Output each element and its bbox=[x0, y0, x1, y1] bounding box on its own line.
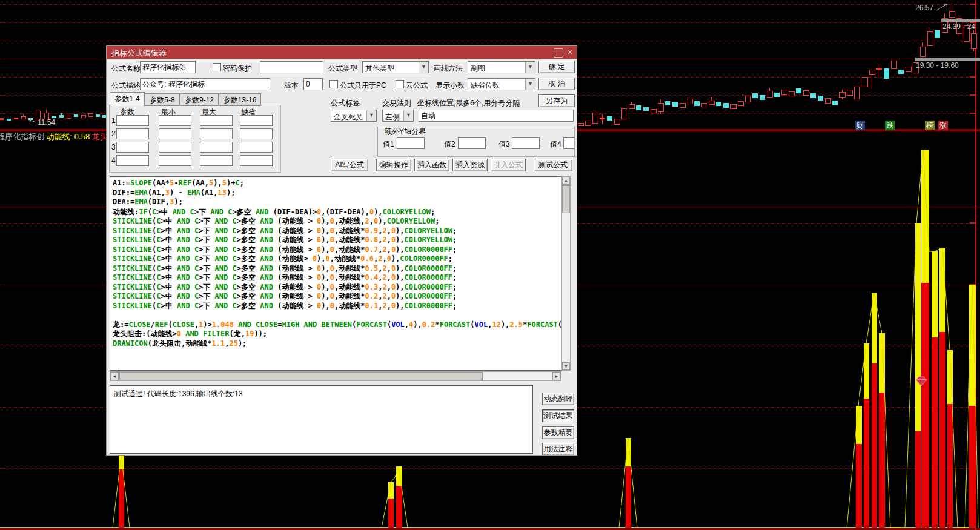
insert-resource-button[interactable]: 插入资源 bbox=[452, 159, 488, 171]
chevron-down-icon[interactable]: ▼ bbox=[419, 62, 428, 73]
usage-note-button[interactable]: 用法注释 bbox=[542, 443, 574, 455]
code-line: STICKLINE(C>中 AND C>下 AND C>多空 AND (动能线 … bbox=[113, 301, 561, 311]
code-horizontal-scrollbar[interactable]: ◄ ► bbox=[110, 371, 561, 381]
h-scroll-thumb[interactable] bbox=[119, 372, 483, 380]
cloud-formula-checkbox[interactable] bbox=[396, 80, 404, 88]
cancel-button[interactable]: 取 消 bbox=[538, 78, 575, 90]
formula-code-editor[interactable]: A1:=SLOPE(AA*5-REF(AA,5),5)+C;DIF:=EMA(A… bbox=[110, 176, 561, 371]
param-input[interactable] bbox=[240, 115, 273, 126]
value3-label: 值3 bbox=[498, 139, 510, 150]
param-input[interactable] bbox=[116, 142, 149, 153]
param-row-number: 1 bbox=[111, 116, 116, 125]
decimal-select[interactable]: 缺省位数 ▼ bbox=[468, 78, 535, 90]
param-input[interactable] bbox=[159, 128, 191, 139]
param-input[interactable] bbox=[159, 115, 191, 126]
param-input[interactable] bbox=[240, 128, 273, 139]
close-icon[interactable]: ✕ bbox=[566, 48, 574, 56]
tab-params-1-4[interactable]: 参数1-4 bbox=[110, 92, 145, 106]
value4-input[interactable] bbox=[563, 137, 575, 149]
code-line: STICKLINE(C>中 AND C>下 AND C>多空 AND (动能线>… bbox=[113, 254, 561, 263]
candle bbox=[578, 123, 583, 125]
tab-params-5-8[interactable]: 参数5-8 bbox=[145, 93, 180, 106]
param-input[interactable] bbox=[200, 128, 233, 139]
param-row-number: 4 bbox=[111, 156, 116, 165]
candle bbox=[818, 96, 823, 101]
ok-button[interactable]: 确 定 bbox=[538, 61, 575, 73]
draw-method-select[interactable]: 副图 ▼ bbox=[468, 61, 535, 73]
param-input[interactable] bbox=[240, 155, 273, 166]
dialog-title: 指标公式编辑器 bbox=[111, 48, 167, 59]
formula-tag-select[interactable]: 金叉死叉 ▼ bbox=[331, 110, 377, 122]
indicator-bar-red bbox=[388, 499, 394, 528]
formula-tag-value: 金叉死叉 bbox=[334, 112, 363, 122]
insert-function-button[interactable]: 插入函数 bbox=[414, 159, 449, 171]
edit-operations-button[interactable]: 编辑操作 bbox=[376, 159, 411, 171]
param-input[interactable] bbox=[116, 128, 149, 139]
candle bbox=[67, 116, 71, 118]
candle bbox=[906, 67, 911, 71]
value1-label: 值1 bbox=[383, 139, 394, 150]
formula-editor-dialog: 指标公式编辑器 ✕ 公式名称 密码保护 公式类型 其他类型 ▼ 画线方法 副图 … bbox=[106, 45, 577, 456]
value1-input[interactable] bbox=[397, 137, 425, 149]
param-input[interactable] bbox=[200, 155, 233, 166]
candle bbox=[781, 90, 787, 94]
param-wizard-button[interactable]: 参数精灵 bbox=[542, 426, 574, 439]
param-input[interactable] bbox=[200, 115, 233, 126]
password-input[interactable] bbox=[260, 61, 323, 73]
candle bbox=[752, 93, 758, 98]
badge-fall[interactable]: 跌 bbox=[885, 121, 895, 130]
scroll-down-icon[interactable]: ▼ bbox=[562, 362, 570, 370]
param-input[interactable] bbox=[159, 142, 191, 153]
badge-rank[interactable]: 榜 bbox=[925, 121, 935, 130]
cloud-formula-label: 云公式 bbox=[406, 81, 428, 91]
import-formula-button[interactable]: 引入公式 bbox=[491, 159, 526, 171]
test-result-button[interactable]: 测试结果 bbox=[542, 409, 574, 422]
trade-rule-select[interactable]: 左侧 ▼ bbox=[382, 110, 414, 122]
chevron-down-icon[interactable]: ▼ bbox=[403, 110, 413, 121]
ai-write-formula-button[interactable]: AI写公式 bbox=[331, 159, 368, 171]
param-input[interactable] bbox=[116, 115, 149, 126]
candle bbox=[651, 109, 656, 113]
password-protect-checkbox[interactable] bbox=[213, 63, 221, 71]
scroll-left-icon[interactable]: ◄ bbox=[110, 372, 119, 380]
badge-rise[interactable]: 涨 bbox=[938, 121, 948, 130]
param-input[interactable] bbox=[240, 142, 273, 153]
tab-params-13-16[interactable]: 参数13-16 bbox=[219, 93, 261, 106]
scroll-up-icon[interactable]: ▲ bbox=[562, 177, 570, 185]
dialog-titlebar[interactable]: 指标公式编辑器 ✕ bbox=[107, 46, 577, 59]
formula-type-select[interactable]: 其他类型 ▼ bbox=[362, 61, 429, 73]
candle bbox=[839, 92, 845, 97]
value3-input[interactable] bbox=[512, 137, 540, 149]
coord-line-input[interactable] bbox=[419, 110, 574, 122]
tab-params-9-12[interactable]: 参数9-12 bbox=[180, 93, 219, 106]
candle bbox=[832, 101, 838, 105]
candle bbox=[621, 108, 627, 119]
vertical-separator bbox=[280, 105, 280, 174]
param-input[interactable] bbox=[159, 155, 191, 166]
save-as-button[interactable]: 另存为 bbox=[538, 94, 575, 107]
maximize-icon[interactable] bbox=[554, 48, 563, 58]
energy-line-value-label: 动能线: 0.58 bbox=[44, 132, 92, 141]
param-input[interactable] bbox=[200, 142, 233, 153]
dynamic-translate-button[interactable]: 动态翻译 bbox=[542, 393, 574, 405]
test-formula-button[interactable]: 测试公式 bbox=[534, 159, 572, 171]
chevron-down-icon[interactable]: ▼ bbox=[525, 79, 535, 90]
version-label: 版本 bbox=[284, 81, 299, 91]
value2-input[interactable] bbox=[458, 137, 486, 149]
coord-line-label: 坐标线位置,最多6个,用分号分隔 bbox=[417, 98, 520, 108]
scroll-right-icon[interactable]: ► bbox=[552, 372, 561, 380]
param-input[interactable] bbox=[116, 155, 149, 166]
pc-only-checkbox[interactable] bbox=[329, 80, 338, 88]
code-vertical-scrollbar[interactable]: ▲ ▼ bbox=[561, 176, 571, 371]
formula-name-input[interactable] bbox=[140, 61, 196, 73]
v-scroll-thumb[interactable] bbox=[562, 185, 570, 213]
chevron-down-icon[interactable]: ▼ bbox=[525, 62, 535, 73]
version-input[interactable] bbox=[303, 78, 323, 90]
formula-desc-input[interactable] bbox=[140, 78, 270, 90]
indicator-bar-red bbox=[947, 404, 953, 528]
chevron-down-icon[interactable]: ▼ bbox=[366, 110, 376, 121]
badge-finance[interactable]: 财 bbox=[855, 121, 865, 130]
indicator-bar-red bbox=[872, 363, 877, 528]
code-line: STICKLINE(C>中 AND C>下 AND C>多空 AND (动能线 … bbox=[113, 216, 561, 226]
candle bbox=[81, 115, 85, 118]
